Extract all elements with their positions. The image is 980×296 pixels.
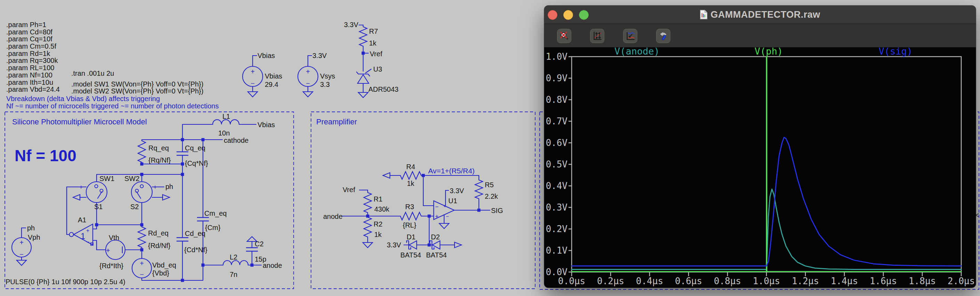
vbias-node-label[interactable]: Vbias — [258, 52, 275, 59]
resistor-r5[interactable] — [475, 180, 483, 199]
vph-name[interactable]: Vph — [28, 234, 40, 241]
sw2-ctrl-minus[interactable]: − — [153, 194, 157, 201]
r7-rail-label[interactable]: 3.3V — [344, 21, 359, 29]
r3-value[interactable]: {RL} — [403, 221, 416, 229]
resistor-rq-eq[interactable] — [138, 141, 146, 162]
rq-name[interactable]: Rq_eq — [148, 144, 169, 152]
capacitor-cq-eq[interactable] — [177, 152, 188, 155]
capacitor-cm-eq[interactable] — [197, 218, 208, 221]
r7-value[interactable]: 1k — [369, 39, 377, 47]
param-cd[interactable]: .param Cd=80f — [6, 28, 52, 36]
param-nf[interactable]: .param Nf=100 — [6, 71, 52, 79]
nf-value-annotation[interactable]: Nf = 100 — [14, 146, 76, 165]
sw1-ctrl-plus[interactable]: + — [79, 184, 83, 191]
av-formula[interactable]: Av=1+(R5/R4) — [428, 167, 475, 175]
u3-name[interactable]: U3 — [373, 65, 382, 73]
vbd-plus[interactable]: + — [140, 259, 144, 267]
minimize-button[interactable] — [563, 10, 573, 20]
vsys-minus[interactable]: − — [306, 80, 310, 87]
legend-v-ph-[interactable]: V(ph) — [754, 47, 783, 57]
l1-name[interactable]: L1 — [223, 113, 230, 120]
cm-value[interactable]: {Cm} — [205, 224, 221, 231]
sw2-name[interactable]: SW2 — [124, 175, 139, 182]
r3-name[interactable]: R3 — [405, 203, 414, 210]
l1-vbias-net-label[interactable]: Vbias — [258, 121, 275, 129]
vbias-name[interactable]: Vbias — [265, 72, 282, 80]
vref-node-label[interactable]: Vref — [370, 50, 382, 58]
param-ph[interactable]: .param Ph=1 — [6, 21, 46, 29]
plot-pane[interactable]: 1.0V0.9V0.8V0.7V0.6V0.5V0.4V0.3V0.2V0.1V… — [544, 47, 976, 288]
u1-power-plus[interactable]: + — [444, 203, 447, 209]
param-rl[interactable]: .param RL=100 — [6, 64, 54, 72]
window-titlebar[interactable]: GAMMADETECTOR.raw — [544, 6, 976, 24]
vph-minus[interactable]: − — [19, 250, 24, 258]
vbd-name[interactable]: Vbd_eq — [152, 261, 176, 269]
r1-value[interactable]: 430k — [374, 205, 390, 213]
cd-value[interactable]: {Cd*Nf} — [184, 246, 207, 254]
diode-rail-label[interactable]: 3.3V — [387, 241, 401, 249]
resistor-r2[interactable] — [364, 217, 372, 237]
rd-name[interactable]: Rd_eq — [148, 229, 169, 237]
s2-label[interactable]: S2 — [130, 203, 138, 210]
cq-value[interactable]: {Cq*Nf} — [185, 159, 208, 167]
u1-input-minus[interactable]: − — [435, 204, 439, 210]
zener-u3[interactable] — [356, 72, 370, 83]
vbd-value[interactable]: {Vbd} — [152, 269, 169, 277]
d2-value[interactable]: BAT54 — [426, 251, 447, 259]
sipm-box-title[interactable]: Silicone Photomultiplier Microcell Model — [12, 118, 147, 126]
u1-rail-label[interactable]: 3.3V — [450, 187, 464, 194]
rd-value[interactable]: {Rd/Nf} — [148, 242, 171, 250]
ph-net-label-vph[interactable]: ph — [27, 224, 35, 232]
u1-input-plus[interactable]: + — [435, 213, 439, 220]
vph-plus[interactable]: + — [19, 239, 24, 246]
u1-power-minus[interactable]: − — [446, 213, 449, 219]
cm-name[interactable]: Cm_eq — [204, 210, 227, 218]
a1-name[interactable]: A1 — [78, 216, 86, 224]
vth-value[interactable]: {Rd*Ith} — [99, 262, 123, 270]
vbias-plus[interactable]: + — [251, 68, 255, 75]
resistor-r7[interactable] — [360, 27, 367, 46]
l2-name[interactable]: L2 — [230, 253, 237, 261]
sig-net-label[interactable]: SIG — [491, 207, 503, 214]
vbd-minus[interactable]: − — [140, 271, 144, 278]
a1-minus[interactable]: − — [86, 239, 89, 245]
switch-levers[interactable] — [98, 192, 141, 198]
r2-value[interactable]: 1k — [374, 231, 382, 238]
param-rq[interactable]: .param Rq=300k — [6, 57, 58, 64]
s1-label[interactable]: S1 — [94, 203, 102, 210]
legend-v-anode-[interactable]: V(anode) — [614, 47, 660, 57]
vth-name[interactable]: Vth — [109, 234, 119, 242]
r5-value[interactable]: 2.2k — [485, 193, 498, 200]
param-rd[interactable]: .param Rd=1k — [6, 50, 50, 57]
inductor-l1[interactable] — [213, 119, 239, 124]
r4-name[interactable]: R4 — [406, 163, 415, 170]
comment-nf[interactable]: Nf ~= number of microcells triggered ~= … — [6, 102, 219, 110]
sw1-ctrl-minus[interactable]: − — [79, 194, 83, 201]
d2-name[interactable]: D2 — [431, 233, 440, 241]
r7-name[interactable]: R7 — [369, 27, 378, 35]
rq-value[interactable]: {Rq/Nf} — [148, 156, 171, 164]
vsys-name[interactable]: Vsys — [320, 72, 335, 80]
d1-name[interactable]: D1 — [407, 233, 416, 241]
legend-v-sig-[interactable]: V(sig) — [878, 47, 913, 57]
param-cq[interactable]: .param Cq=10f — [6, 35, 52, 43]
vsys-node-label[interactable]: 3.3V — [312, 52, 327, 59]
a1-plus[interactable]: + — [86, 228, 89, 234]
capacitor-cd-eq[interactable] — [177, 238, 188, 241]
r4-value[interactable]: 1k — [407, 180, 415, 187]
directive-tran[interactable]: .tran .001u 2u — [71, 70, 114, 77]
vsys-value[interactable]: 3.3 — [320, 81, 330, 88]
cathode-net-label[interactable]: cathode — [224, 137, 248, 144]
u1-name[interactable]: U1 — [448, 197, 457, 205]
vbias-value[interactable]: 29.4 — [265, 81, 278, 88]
preamp-box-title[interactable]: Preamplifier — [316, 118, 357, 126]
control-panel-button[interactable] — [656, 29, 670, 43]
cq-name[interactable]: Cq_eq — [185, 144, 205, 152]
u3-value[interactable]: ADR5043 — [368, 86, 399, 93]
d1-value[interactable]: BAT54 — [400, 251, 421, 259]
param-vbd[interactable]: .param Vbd=24.4 — [6, 86, 60, 93]
vph-value[interactable]: PULSE(0 {Ph} 1u 10f 900p 10p 2.5u 4) — [6, 278, 126, 286]
ph-net-label-sw2[interactable]: ph — [165, 183, 173, 190]
param-ith[interactable]: .param Ith=10u — [6, 78, 53, 86]
inductor-l2[interactable] — [223, 261, 248, 265]
